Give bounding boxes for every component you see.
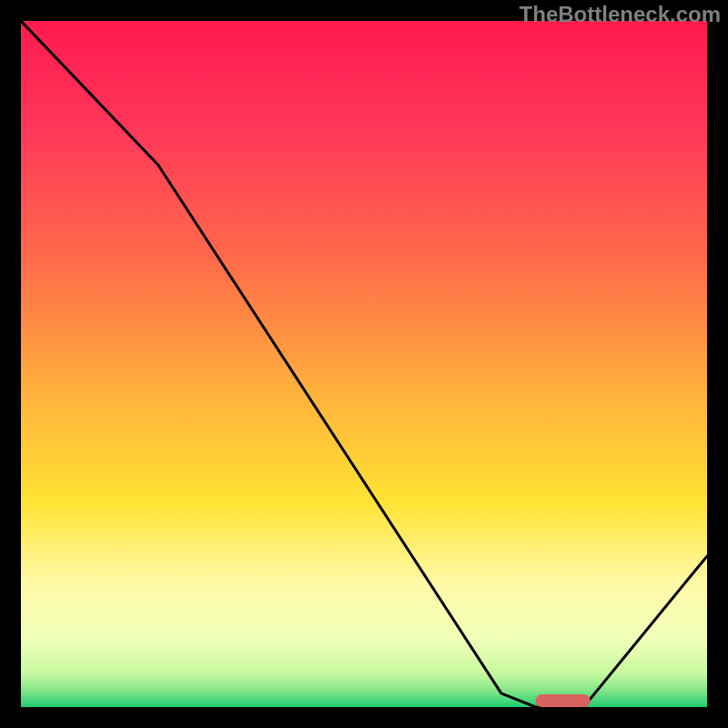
plot-area: [21, 21, 707, 707]
chart-frame: TheBottleneck.com: [0, 0, 728, 728]
watermark-label: TheBottleneck.com: [520, 2, 721, 27]
optimal-marker: [536, 694, 591, 707]
gradient-background: [21, 21, 707, 707]
chart-svg: [21, 21, 707, 707]
